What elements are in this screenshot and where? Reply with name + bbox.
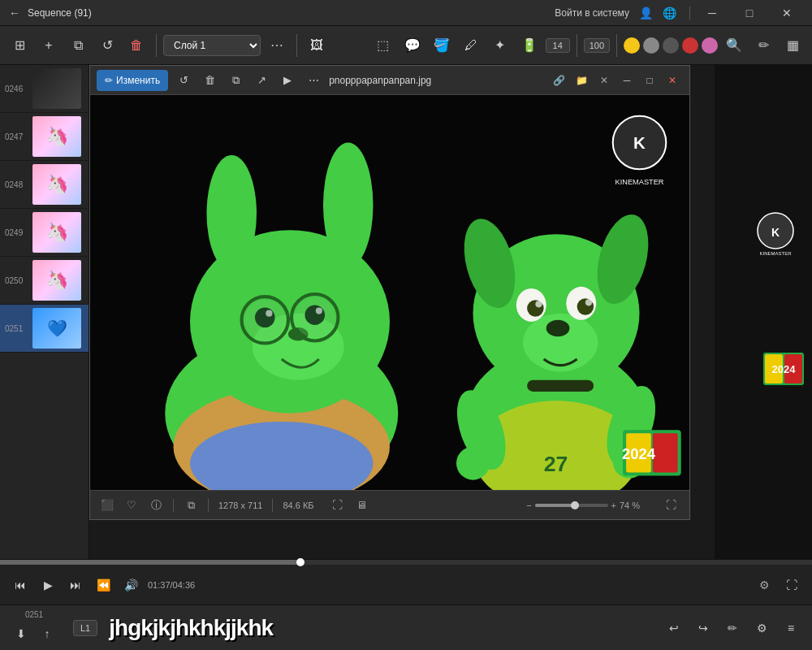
zoom-slider-container: − + 74 %	[526, 500, 652, 510]
toolbar-divider-4	[616, 34, 617, 57]
copy-layer-icon[interactable]: ⧉	[65, 32, 91, 58]
resize-icon[interactable]: ⛶	[330, 498, 345, 513]
minimize-button[interactable]: ─	[693, 0, 731, 26]
eraser-icon[interactable]: ✦	[487, 32, 513, 58]
zoom-minus-icon[interactable]: −	[526, 500, 531, 510]
refresh-icon[interactable]: ↺	[94, 32, 120, 58]
user-icon[interactable]: 👤	[639, 6, 653, 20]
color-swatch-gray[interactable]	[643, 37, 659, 54]
thumb-preview: 🦄	[32, 212, 81, 253]
copy-status-icon[interactable]: ⧉	[184, 498, 198, 513]
viewer-delete-button[interactable]: 🗑	[199, 70, 220, 91]
video-settings-button[interactable]: ⚙	[754, 574, 775, 596]
timeline-bar: 0251 ⬇ ↑ L1 jhgkjkjhkhkjjkhk ↩ ↪ ✏ ⚙ ≡	[0, 604, 812, 650]
viewer-edit-button[interactable]: ✏ Изменить	[97, 70, 168, 91]
timeline-thumb-button[interactable]: ⬇	[10, 622, 32, 645]
panel-icon[interactable]: ▦	[780, 32, 806, 58]
screen-icon[interactable]: 🖥	[355, 498, 369, 513]
svg-point-31	[585, 299, 592, 306]
thumbnail-item-0246[interactable]: 0246	[0, 65, 89, 113]
viewer-edit-icon: ✏	[105, 75, 113, 86]
viewer-rotate-button[interactable]: ↺	[173, 70, 194, 91]
video-controls: ⏮ ▶ ⏭ ⏪ 🔊 01:37/04:36 ⚙ ⛶	[0, 565, 812, 604]
bucket-icon[interactable]: 🪣	[429, 32, 455, 58]
video-fullscreen-button[interactable]: ⛶	[781, 574, 802, 596]
viewer-copy-button[interactable]: ⧉	[225, 70, 246, 91]
zoom-slider[interactable]	[535, 504, 608, 507]
zoom-plus-icon[interactable]: +	[611, 500, 616, 510]
thumbnail-item-0251[interactable]: 0251 💙	[0, 305, 89, 353]
viewer-link-button[interactable]: 🔗	[548, 70, 569, 91]
battery-icon[interactable]: 🔋	[516, 32, 542, 58]
viewer-minimize-button[interactable]: ─	[616, 70, 637, 91]
thumbnail-panel[interactable]: 0246 0247 🦄 0248 🦄 0249 🦄 0250	[0, 65, 89, 559]
video-progress-thumb[interactable]	[296, 558, 304, 566]
thumbnail-item-0248[interactable]: 0248 🦄	[0, 161, 89, 209]
svg-point-15	[304, 305, 325, 325]
layer-select[interactable]: Слой 1	[163, 35, 261, 56]
thumb-preview: 🦄	[32, 116, 81, 157]
video-player: ⏮ ▶ ⏭ ⏪ 🔊 01:37/04:36 ⚙ ⛶	[0, 559, 812, 604]
timeline-stack-button[interactable]: ≡	[780, 617, 802, 639]
redo-button[interactable]: ↪	[692, 617, 715, 639]
timeline-pencil-button[interactable]: ✏	[721, 617, 744, 639]
color-swatch-pink[interactable]	[702, 37, 718, 54]
login-button[interactable]: Войти в систему	[555, 7, 629, 19]
thumbnail-item-0247[interactable]: 0247 🦄	[0, 113, 89, 161]
viewer-close-button[interactable]: ✕	[662, 70, 683, 91]
thumbnail-item-0250[interactable]: 0250 🦄	[0, 257, 89, 305]
color-swatch-yellow[interactable]	[624, 37, 640, 54]
svg-point-35	[456, 447, 490, 480]
pen-tool-icon[interactable]: 🖊	[458, 32, 484, 58]
viewer-more-button[interactable]: ⋯	[303, 70, 324, 91]
timeline-caption: jhgkjkjhkhkjjkhk	[109, 615, 273, 641]
video-volume-button[interactable]: 🔊	[120, 574, 141, 596]
thumb-num: 0251	[5, 324, 29, 333]
viewer-play-button[interactable]: ▶	[277, 70, 298, 91]
viewer-share-button[interactable]: ↗	[251, 70, 272, 91]
video-progress-bar[interactable]	[0, 560, 812, 565]
color-swatch-darkgray[interactable]	[663, 37, 679, 54]
thumb-num: 0248	[5, 180, 29, 189]
thumbnail-item-0249[interactable]: 0249 🦄	[0, 209, 89, 257]
right-video-svg: K KINEMASTER 2024	[715, 65, 812, 559]
maximize-button[interactable]: □	[731, 0, 768, 26]
timeline-export-button[interactable]: ↑	[36, 622, 58, 645]
close-button[interactable]: ✕	[768, 0, 806, 26]
eyedropper-icon[interactable]: 🔍	[721, 32, 747, 58]
right-panel: K KINEMASTER 2024	[715, 65, 812, 559]
delete-layer-icon[interactable]: 🗑	[123, 32, 149, 58]
frame-icon[interactable]: ⬛	[100, 498, 114, 513]
video-next-button[interactable]: ⏭	[65, 574, 86, 596]
thumb-num: 0249	[5, 228, 29, 237]
color-swatch-red[interactable]	[682, 37, 698, 54]
select-tool-icon[interactable]: ⬚	[370, 32, 396, 58]
svg-point-17	[316, 307, 322, 314]
window-controls: ─ □ ✕	[693, 0, 806, 26]
plus-icon[interactable]: +	[36, 32, 62, 58]
toolbar-divider	[156, 34, 157, 57]
viewer-info-button[interactable]: ✕	[594, 70, 615, 91]
viewer-statusbar: ⬛ ♡ ⓘ ⧉ 1278 x 711 84.6 КБ ⛶ 🖥 − +	[90, 490, 689, 519]
add-layer-icon[interactable]: ⊞	[6, 32, 32, 58]
video-skip-back-button[interactable]: ⏪	[93, 574, 114, 596]
video-time: 01:37/04:36	[148, 580, 195, 590]
globe-icon[interactable]: 🌐	[663, 6, 676, 20]
zoom-level: 14	[546, 38, 570, 53]
timeline-settings-button[interactable]: ⚙	[750, 617, 773, 639]
image-tool-icon[interactable]: 🖼	[304, 32, 330, 58]
layer-more-icon[interactable]: ⋯	[264, 32, 290, 58]
svg-text:K: K	[633, 133, 646, 152]
undo-button[interactable]: ↩	[663, 617, 685, 639]
heart-icon[interactable]: ♡	[124, 498, 139, 513]
back-button[interactable]: ←	[6, 5, 23, 21]
speech-icon[interactable]: 💬	[400, 32, 425, 58]
video-restart-button[interactable]: ⏮	[10, 574, 31, 596]
viewer-maximize-button[interactable]: □	[639, 70, 660, 91]
viewer-content: 27	[90, 95, 689, 490]
video-play-button[interactable]: ▶	[37, 574, 58, 596]
pencil-icon[interactable]: ✏	[750, 32, 776, 58]
viewer-folder-button[interactable]: 📁	[571, 70, 592, 91]
info-circle-icon[interactable]: ⓘ	[149, 498, 163, 513]
fullscreen-icon[interactable]: ⛶	[662, 496, 680, 514]
